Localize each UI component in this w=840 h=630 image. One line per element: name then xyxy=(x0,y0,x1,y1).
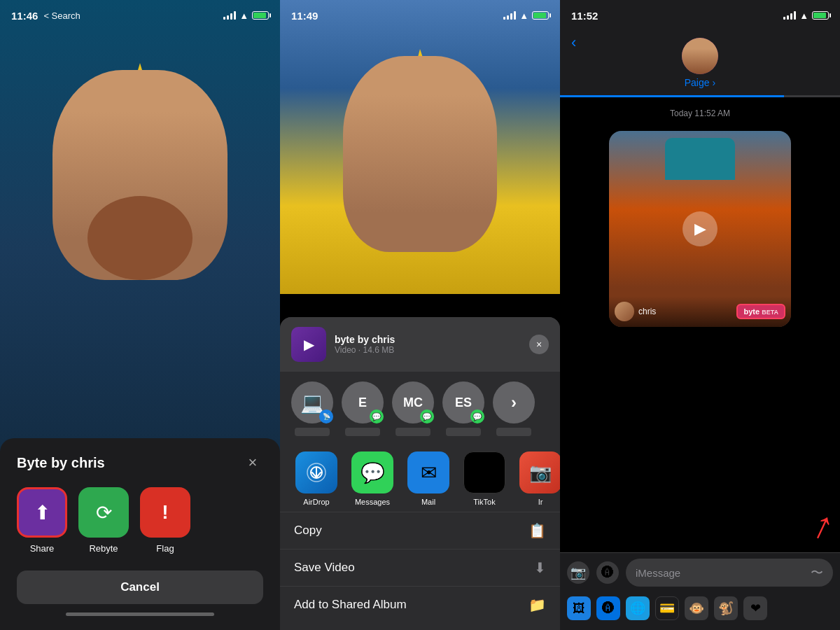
sender-avatar xyxy=(615,302,634,321)
add-to-shared-album-action[interactable]: Add to Shared Album 📁 xyxy=(280,586,560,623)
photos-strip-icon[interactable]: 🖼 xyxy=(567,596,591,620)
signal-icon xyxy=(223,11,236,20)
flag-action[interactable]: ! Flag xyxy=(140,487,190,554)
imessage-placeholder: iMessage xyxy=(636,567,811,579)
byte-thumb-icon: ▶ xyxy=(304,336,314,353)
video-message-bubble[interactable]: ▶ chris byte BETA xyxy=(609,131,791,327)
message-timestamp: Today 11:52 AM xyxy=(571,108,829,118)
signal-icon-2 xyxy=(503,11,516,20)
contact-chevron: › xyxy=(713,77,716,88)
time-3: 11:52 xyxy=(571,10,598,22)
airdrop-icon xyxy=(295,451,337,493)
close-icon-1[interactable]: × xyxy=(242,452,263,473)
video-overlay: chris byte BETA xyxy=(609,296,791,327)
copy-label: Copy xyxy=(294,524,322,538)
app-tiktok[interactable]: ♪ TikTok xyxy=(459,451,510,506)
wifi-icon: ▲ xyxy=(239,10,248,21)
contact-e[interactable]: E 💬 xyxy=(342,382,384,436)
back-button-3[interactable]: ‹ xyxy=(571,34,576,52)
messages-badge-mc: 💬 xyxy=(420,410,434,424)
input-area: 📷 🅐 iMessage 〜 🖼 🅐 🌐 💳 🐵 🐒 ❤ xyxy=(560,552,840,630)
app-mail[interactable]: ✉ Mail xyxy=(403,451,454,506)
app-airdrop[interactable]: AirDrop xyxy=(291,451,342,506)
battery-icon xyxy=(252,11,269,20)
share-icon-bg: ⬆ xyxy=(17,487,67,538)
battery-icon-3 xyxy=(812,11,829,20)
share-action[interactable]: ⬆ Share xyxy=(17,487,67,554)
beta-text: BETA xyxy=(762,309,778,316)
contact-more-avatar: › xyxy=(493,382,535,424)
copy-action[interactable]: Copy 📋 xyxy=(280,512,560,549)
save-video-icon: ⬇ xyxy=(534,559,546,576)
apps-row: AirDrop 💬 Messages ✉ Mail ♪ TikTok xyxy=(280,446,560,512)
laptop-avatar: 💻 📡 xyxy=(291,382,333,424)
status-icons-2: ▲ xyxy=(503,10,549,21)
contact-more[interactable]: › xyxy=(493,382,535,436)
contact-es[interactable]: ES 💬 xyxy=(442,382,484,436)
cancel-button[interactable]: Cancel xyxy=(17,570,263,604)
share-video-title: byte by chris xyxy=(335,334,521,345)
airdrop-badge: 📡 xyxy=(319,410,333,424)
wifi-icon-2: ▲ xyxy=(519,10,528,21)
emoji2-strip-icon[interactable]: 🐒 xyxy=(714,596,738,620)
contact-photo[interactable] xyxy=(682,38,718,74)
add-shared-label: Add to Shared Album xyxy=(294,598,407,612)
arrow-annotation: ↑ xyxy=(805,500,840,550)
share-icon: ⬆ xyxy=(34,501,50,524)
face-image-2 xyxy=(343,56,497,252)
messages-area: Today 11:52 AM ▶ chris byte BETA xyxy=(560,97,840,338)
appstore-strip-icon[interactable]: 🅐 xyxy=(596,596,620,620)
sender-info: chris xyxy=(615,302,656,321)
contact-es-avatar: ES 💬 xyxy=(442,382,484,424)
app-messages[interactable]: 💬 Messages xyxy=(347,451,398,506)
sheet1-header: Byte by chris × xyxy=(17,452,263,473)
status-bar-3: 11:52 ▲ xyxy=(560,0,840,31)
appstore-tool-button[interactable]: 🅐 xyxy=(596,561,619,584)
share-close-button[interactable]: × xyxy=(529,335,549,354)
contact-name-row[interactable]: Paige › xyxy=(685,77,715,88)
contact-airdrop-device[interactable]: 💻 📡 xyxy=(291,382,333,436)
time-2: 11:49 xyxy=(291,10,318,22)
wifi-icon-3: ▲ xyxy=(799,10,808,21)
contact-name-blurred-4 xyxy=(446,428,481,436)
share-sheet: ▶ byte by chris Video · 14.6 MB × 💻 📡 E … xyxy=(280,317,560,630)
airdrop-label: AirDrop xyxy=(303,498,329,506)
play-button[interactable]: ▶ xyxy=(682,211,718,246)
tiktok-label: TikTok xyxy=(473,498,495,506)
sheet1-actions: ⬆ Share ⟳ Rebyte ! Flag xyxy=(17,487,263,554)
contact-header: Paige › xyxy=(560,31,840,95)
rebyte-label: Rebyte xyxy=(89,543,118,554)
back-button-1[interactable]: < Search xyxy=(43,10,80,21)
sender-name: chris xyxy=(638,307,656,316)
laptop-icon: 💻 xyxy=(300,391,325,414)
contact-name-blurred-3 xyxy=(396,428,430,436)
rebyte-action[interactable]: ⟳ Rebyte xyxy=(78,487,129,554)
save-video-action[interactable]: Save Video ⬇ xyxy=(280,549,560,586)
camera-tool-button[interactable]: 📷 xyxy=(567,561,589,584)
contact-name-blurred-2 xyxy=(345,428,380,436)
messages-label: Messages xyxy=(355,498,390,506)
contact-name: Paige xyxy=(685,77,710,88)
flag-label: Flag xyxy=(156,543,174,554)
share-label: Share xyxy=(30,543,55,554)
more-apps-icon: 📷 xyxy=(519,451,560,493)
status-icons-3: ▲ xyxy=(783,10,829,21)
mail-label: Mail xyxy=(421,498,435,506)
contact-mc[interactable]: MC 💬 xyxy=(392,382,434,436)
battery-icon-2 xyxy=(532,11,549,20)
chevron-left-icon: ‹ xyxy=(571,34,576,51)
status-icons-1: ▲ xyxy=(223,10,269,21)
panel-3: 11:52 ▲ ‹ Paige › xyxy=(560,0,840,630)
add-shared-icon: 📁 xyxy=(528,596,546,613)
share-header: ▶ byte by chris Video · 14.6 MB × xyxy=(280,317,560,372)
heart-strip-icon[interactable]: ❤ xyxy=(743,596,767,620)
more-apps-label: Ir xyxy=(538,498,543,506)
flag-icon: ! xyxy=(162,501,168,524)
imessage-input-field[interactable]: iMessage 〜 xyxy=(626,559,833,587)
app-more[interactable]: 📷 Ir xyxy=(515,451,560,506)
applepay-strip-icon[interactable]: 💳 xyxy=(655,596,679,620)
share-info: byte by chris Video · 14.6 MB xyxy=(335,334,521,355)
emoji1-strip-icon[interactable]: 🐵 xyxy=(685,596,708,620)
messages-background: Today 11:52 AM ▶ chris byte BETA xyxy=(560,97,840,554)
safari-strip-icon[interactable]: 🌐 xyxy=(626,596,650,620)
